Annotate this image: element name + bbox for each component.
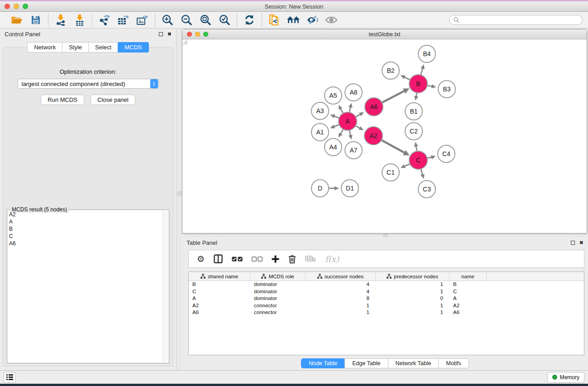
graph-node-C2[interactable]: C2 bbox=[405, 123, 422, 140]
column-header-successor-nodes[interactable]: successor nodes bbox=[306, 272, 376, 281]
zoom-selected-icon[interactable] bbox=[218, 14, 231, 26]
search-field[interactable] bbox=[449, 15, 583, 25]
graph-edge[interactable] bbox=[382, 91, 405, 102]
copy-style-icon[interactable] bbox=[268, 14, 281, 26]
column-header-name[interactable]: name bbox=[449, 272, 487, 281]
criterion-select[interactable]: largest connected component (directed) ▲… bbox=[18, 79, 159, 89]
splitter-handle[interactable] bbox=[177, 191, 181, 196]
float-panel-icon[interactable] bbox=[159, 32, 163, 36]
result-list-item[interactable]: B bbox=[8, 225, 163, 233]
show-details-icon[interactable] bbox=[325, 14, 338, 26]
result-list-item[interactable]: A bbox=[8, 218, 163, 225]
vertical-splitter[interactable] bbox=[177, 29, 182, 370]
table-cell: A6 bbox=[449, 309, 487, 316]
graph-node-A2[interactable]: A2 bbox=[364, 127, 382, 145]
search-input[interactable] bbox=[459, 17, 578, 23]
zoom-out-icon[interactable] bbox=[180, 14, 193, 26]
graph-edge[interactable] bbox=[382, 140, 405, 153]
tab-edge-table[interactable]: Edge Table bbox=[344, 358, 387, 368]
graph-edge[interactable] bbox=[421, 169, 423, 175]
graph-node-B4[interactable]: B4 bbox=[418, 45, 435, 62]
select-all-checks-icon[interactable] bbox=[232, 257, 243, 262]
graph-node-A7[interactable]: A7 bbox=[345, 142, 362, 159]
minimize-view-button[interactable] bbox=[195, 32, 200, 37]
tab-select[interactable]: Select bbox=[88, 42, 118, 52]
graph-node-A[interactable]: A bbox=[339, 112, 357, 130]
home-icon[interactable] bbox=[287, 14, 300, 26]
graph-node-D[interactable]: D bbox=[311, 180, 329, 197]
clear-all-checks-icon[interactable] bbox=[252, 257, 263, 262]
graph-node-A6[interactable]: A6 bbox=[365, 98, 383, 116]
tab-network-table[interactable]: Network Table bbox=[388, 358, 439, 368]
graph-node-D1[interactable]: D1 bbox=[341, 180, 359, 197]
table-row[interactable]: A6connector11A6 bbox=[189, 309, 584, 316]
tab-node-table[interactable]: Node Table bbox=[301, 358, 344, 368]
result-list-item[interactable]: C bbox=[8, 233, 163, 240]
graph-node-A4[interactable]: A4 bbox=[325, 138, 342, 156]
export-image-icon[interactable] bbox=[136, 14, 149, 26]
column-header-MCDS-role[interactable]: MCDS role bbox=[250, 272, 306, 281]
column-header-predecessor-nodes[interactable]: predecessor nodes bbox=[376, 272, 449, 281]
network-canvas[interactable]: AA1A2A3A4A5A6A7A8BB1B2B3B4CC1C2C3C4DD1 bbox=[182, 39, 587, 233]
result-list-item[interactable]: A2 bbox=[8, 211, 163, 218]
table-row[interactable]: A2connector11A2 bbox=[189, 302, 584, 310]
export-table-icon[interactable] bbox=[117, 14, 130, 26]
import-table-icon[interactable] bbox=[73, 14, 86, 26]
zoom-view-button[interactable] bbox=[203, 32, 208, 37]
graph-node-B[interactable]: B bbox=[409, 75, 427, 93]
graph-node-C3[interactable]: C3 bbox=[418, 181, 435, 198]
zoom-in-icon[interactable] bbox=[161, 14, 174, 26]
memory-button[interactable]: Memory bbox=[547, 372, 584, 383]
graph-node-B3[interactable]: B3 bbox=[438, 81, 455, 98]
run-mcds-button[interactable]: Run MCDS bbox=[41, 95, 84, 105]
graph-node-A8[interactable]: A8 bbox=[345, 84, 362, 101]
task-history-button[interactable] bbox=[4, 372, 16, 383]
hide-details-icon[interactable] bbox=[306, 14, 319, 26]
zoom-window-button[interactable] bbox=[23, 4, 28, 9]
graph-edge[interactable] bbox=[404, 77, 410, 80]
graph-node-A3[interactable]: A3 bbox=[311, 102, 329, 119]
import-network-icon[interactable] bbox=[54, 14, 67, 26]
table-settings-icon[interactable]: ⚙ bbox=[197, 254, 205, 264]
tab-style[interactable]: Style bbox=[62, 42, 88, 52]
graph-node-A1[interactable]: A1 bbox=[311, 124, 329, 141]
close-panel-button[interactable]: Close panel bbox=[91, 95, 135, 105]
float-panel-icon[interactable] bbox=[571, 241, 575, 245]
graph-node-A5[interactable]: A5 bbox=[325, 87, 342, 104]
graph-node-C4[interactable]: C4 bbox=[438, 145, 455, 162]
tab-mcds[interactable]: MCDS bbox=[118, 42, 148, 52]
close-panel-icon[interactable]: ✖ bbox=[167, 32, 172, 37]
graph-node-B2[interactable]: B2 bbox=[382, 62, 399, 79]
table-row[interactable]: Bdominator41B bbox=[189, 281, 584, 288]
close-view-button[interactable] bbox=[187, 32, 192, 37]
graph-edge[interactable] bbox=[404, 164, 410, 167]
add-column-icon[interactable] bbox=[272, 255, 279, 263]
close-panel-icon[interactable]: ✖ bbox=[579, 240, 583, 245]
splitter-handle[interactable] bbox=[383, 234, 387, 237]
open-session-icon[interactable] bbox=[10, 14, 24, 26]
tab-motifs[interactable]: Motifs bbox=[438, 358, 468, 368]
delete-column-icon[interactable] bbox=[288, 255, 296, 263]
delete-table-icon[interactable] bbox=[305, 256, 316, 262]
close-window-button[interactable] bbox=[5, 4, 10, 9]
horizontal-splitter[interactable] bbox=[182, 234, 588, 237]
tab-network[interactable]: Network bbox=[27, 42, 62, 52]
graph-node-B1[interactable]: B1 bbox=[405, 103, 422, 120]
column-header-shared-name[interactable]: shared name bbox=[189, 272, 250, 281]
result-list-item[interactable]: A6 bbox=[8, 240, 163, 247]
graph-edge[interactable] bbox=[421, 68, 423, 75]
mcds-result-list[interactable]: A2ABCA6 bbox=[8, 211, 163, 362]
graph-node-C[interactable]: C bbox=[409, 151, 427, 169]
save-session-icon[interactable] bbox=[29, 14, 43, 26]
show-columns-icon[interactable] bbox=[214, 254, 223, 263]
table-row[interactable]: Adominator80A bbox=[189, 295, 584, 302]
table-row[interactable]: Cdominator41C bbox=[189, 288, 584, 295]
function-builder-icon[interactable]: f(x) bbox=[325, 254, 339, 264]
zoom-fit-icon[interactable] bbox=[199, 14, 212, 26]
refresh-icon[interactable] bbox=[243, 14, 256, 26]
minimize-window-button[interactable] bbox=[14, 4, 19, 9]
resize-grip-icon[interactable] bbox=[182, 39, 188, 45]
export-network-icon[interactable] bbox=[98, 14, 111, 26]
result-scrollbar[interactable] bbox=[163, 211, 168, 362]
graph-node-C1[interactable]: C1 bbox=[382, 164, 399, 181]
